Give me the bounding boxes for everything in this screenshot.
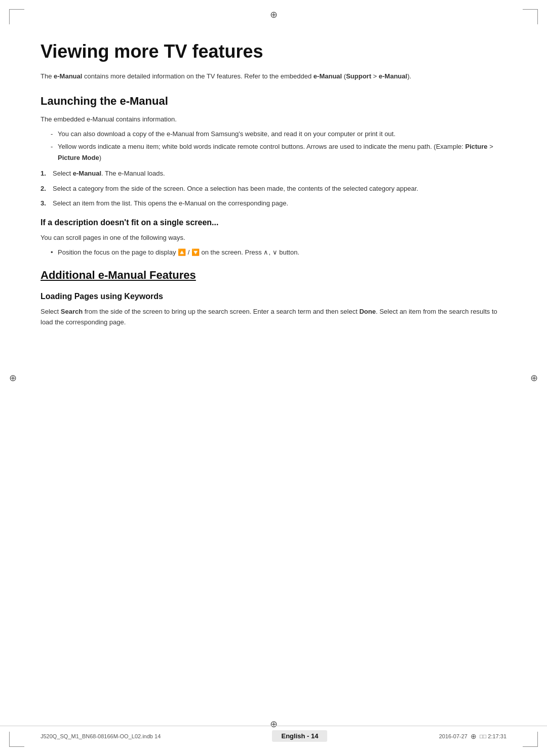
arrow-down-icon: ∨: [272, 248, 278, 256]
bullet2-picture: Picture: [465, 143, 488, 150]
step3-text: Select an item from the list. This opens…: [53, 199, 288, 207]
bullet-item-2: Yellow words indicate a menu item; white…: [51, 141, 506, 163]
main-title: Viewing more TV features: [41, 40, 506, 62]
dot-list: Position the focus on the page to displa…: [41, 247, 506, 258]
step3-num: 3.: [41, 198, 46, 208]
dot-button: button.: [279, 248, 299, 256]
section-launching: Launching the e-Manual The embedded e-Ma…: [41, 94, 506, 258]
circle-right-icon: ⊕: [530, 372, 538, 384]
step1-num: 1.: [41, 168, 46, 179]
bullet2-picture-mode: Picture Mode: [58, 154, 99, 161]
step2-text: Select a category from the side of the s…: [53, 185, 418, 192]
dot-slash: /: [188, 248, 191, 256]
dot-text: Position the focus on the page to displa…: [58, 248, 178, 256]
intro-bold-support: Support: [346, 72, 371, 80]
subsection1-body: You can scroll pages in one of the follo…: [41, 232, 506, 243]
subsection2-body: Select Search from the side of the scree…: [41, 306, 506, 328]
corner-mark-top-right: [523, 9, 538, 24]
section2-heading: Additional e-Manual Features: [41, 268, 506, 283]
step-3: 3. Select an item from the list. This op…: [41, 198, 506, 208]
step-1: 1. Select e-Manual. The e-Manual loads.: [41, 168, 506, 179]
intro-bold-emanual1: e-Manual: [54, 72, 82, 80]
section1-heading: Launching the e-Manual: [41, 94, 506, 109]
subsection1-heading: If a description doesn't fit on a single…: [41, 217, 506, 228]
intro-bold-emanual3: e-Manual: [379, 72, 407, 80]
section1-body: The embedded e-Manual contains informati…: [41, 114, 506, 124]
section-additional: Additional e-Manual Features Loading Pag…: [41, 268, 506, 328]
dot-rest: on the screen. Press: [202, 248, 264, 256]
footer: J520Q_SQ_M1_BN68-08166M-OO_L02.indb 14 E…: [0, 726, 547, 742]
circle-left-icon: ⊕: [9, 372, 17, 384]
arrow-comma: ,: [268, 248, 272, 256]
subsection2-done: Done: [359, 308, 376, 315]
footer-page-label: English - 14: [272, 730, 327, 742]
step-2: 2. Select a category from the side of th…: [41, 183, 506, 194]
page-container: ⊕ ⊕ ⊕ ⊕ Viewing more TV features The e-M…: [0, 0, 547, 756]
dot-item-1: Position the focus on the page to displa…: [51, 247, 506, 258]
crosshair-top-icon: ⊕: [270, 9, 278, 20]
intro-paragraph: The e-Manual contains more detailed info…: [41, 71, 506, 82]
footer-time: □□ 2:17:31: [480, 733, 506, 739]
subsection2-search: Search: [61, 308, 83, 315]
footer-date: 2016-07-27: [439, 733, 467, 739]
footer-crosshair-icon: ⊕: [471, 732, 477, 740]
subsection2-heading: Loading Pages using Keywords: [41, 291, 506, 302]
arrow-up-icon: ∧: [263, 248, 268, 256]
bullet-list: You can also download a copy of the e-Ma…: [41, 129, 506, 163]
step2-num: 2.: [41, 183, 46, 194]
step1-emanual: e-Manual: [73, 170, 101, 177]
navigate-icon-up: 🔼: [178, 247, 186, 258]
intro-bold-emanual2: e-Manual: [314, 72, 342, 80]
subsection-fit: If a description doesn't fit on a single…: [41, 217, 506, 258]
corner-mark-top-left: [9, 9, 24, 24]
bullet-item-1: You can also download a copy of the e-Ma…: [51, 129, 506, 139]
main-content: Viewing more TV features The e-Manual co…: [41, 30, 506, 328]
ordered-list: 1. Select e-Manual. The e-Manual loads. …: [41, 168, 506, 208]
footer-right-text: 2016-07-27 ⊕ □□ 2:17:31: [439, 732, 506, 740]
footer-left-text: J520Q_SQ_M1_BN68-08166M-OO_L02.indb 14: [41, 733, 161, 739]
navigate-icon-down: 🔽: [191, 247, 200, 258]
subsection-keywords: Loading Pages using Keywords Select Sear…: [41, 291, 506, 328]
